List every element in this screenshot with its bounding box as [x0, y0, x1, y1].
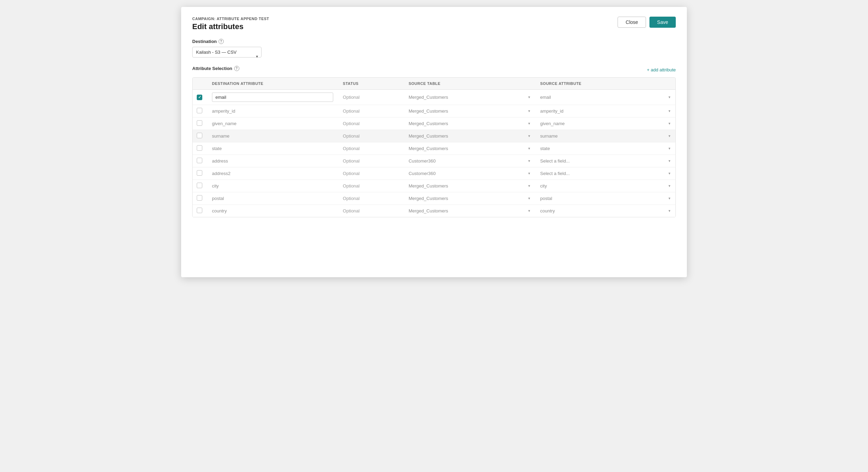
header-actions: Close Save — [618, 17, 676, 28]
source-table-cell[interactable]: Merged_Customers▾ — [404, 192, 535, 205]
source-attr-chevron-icon: ▾ — [668, 121, 671, 126]
dest-attr-text: amperity_id — [212, 108, 235, 114]
source-attr-select[interactable]: email▾ — [540, 94, 671, 100]
destination-select[interactable]: Kailash - S3 — CSV — [192, 47, 262, 58]
table-header-row: DESTINATION ATTRIBUTE STATUS SOURCE TABL… — [193, 78, 675, 90]
source-attr-select[interactable]: postal▾ — [540, 195, 671, 202]
status-cell: Optional — [338, 105, 404, 117]
dest-attr-text: address2 — [212, 170, 230, 177]
source-table-cell[interactable]: Merged_Customers▾ — [404, 142, 535, 155]
source-attr-select[interactable]: country▾ — [540, 208, 671, 214]
campaign-label: CAMPAIGN: ATTRIBUTE APPEND TEST — [192, 17, 676, 21]
source-attr-chevron-icon: ▾ — [668, 196, 671, 201]
source-attr-select[interactable]: city▾ — [540, 183, 671, 189]
source-table-chevron-icon: ▾ — [528, 196, 530, 201]
edit-attributes-modal: CAMPAIGN: ATTRIBUTE APPEND TEST Edit att… — [181, 7, 687, 277]
dest-attr-cell: address — [207, 155, 338, 167]
row-checkbox[interactable] — [197, 158, 202, 163]
status-cell: Optional — [338, 155, 404, 167]
attribute-selection-label: Attribute Selection ? — [192, 66, 239, 71]
source-table-select[interactable]: Merged_Customers▾ — [409, 94, 531, 100]
row-checkbox[interactable] — [197, 170, 202, 176]
row-checkbox[interactable] — [197, 133, 202, 138]
table-row: countryOptionalMerged_Customers▾country▾ — [193, 205, 675, 217]
dest-attr-cell: amperity_id — [207, 105, 338, 117]
source-attr-cell[interactable]: city▾ — [535, 180, 675, 192]
source-attr-cell[interactable]: email▾ — [535, 90, 675, 105]
destination-help-icon[interactable]: ? — [219, 39, 224, 44]
dest-attr-text: postal — [212, 195, 224, 202]
attributes-table: DESTINATION ATTRIBUTE STATUS SOURCE TABL… — [193, 78, 675, 217]
source-attr-cell[interactable]: Select a field...▾ — [535, 167, 675, 180]
close-button[interactable]: Close — [618, 17, 646, 28]
destination-label: Destination ? — [192, 39, 676, 44]
source-table-cell[interactable]: Merged_Customers▾ — [404, 105, 535, 117]
row-checkbox[interactable] — [197, 108, 202, 113]
source-attr-chevron-icon: ▾ — [668, 109, 671, 113]
row-checkbox[interactable] — [197, 208, 202, 213]
source-table-value: Customer360 — [409, 171, 436, 176]
source-table-value: Merged_Customers — [409, 196, 448, 201]
status-cell: Optional — [338, 142, 404, 155]
row-checkbox-cell — [193, 167, 207, 180]
source-table-select[interactable]: Merged_Customers▾ — [409, 195, 531, 202]
row-checkbox[interactable] — [197, 195, 202, 201]
save-button[interactable]: Save — [649, 17, 676, 28]
source-attr-select[interactable]: amperity_id▾ — [540, 108, 671, 114]
source-table-select[interactable]: Customer360▾ — [409, 158, 531, 164]
source-table-cell[interactable]: Merged_Customers▾ — [404, 130, 535, 142]
status-text: Optional — [343, 196, 360, 201]
row-checkbox[interactable] — [197, 183, 202, 188]
source-attr-value: country — [540, 208, 555, 213]
source-table-cell[interactable]: Merged_Customers▾ — [404, 90, 535, 105]
source-table-cell[interactable]: Merged_Customers▾ — [404, 205, 535, 217]
source-table-cell[interactable]: Merged_Customers▾ — [404, 117, 535, 130]
source-attr-select[interactable]: given_name▾ — [540, 120, 671, 127]
status-cell: Optional — [338, 90, 404, 105]
status-text: Optional — [343, 133, 360, 139]
dest-attr-text: state — [212, 145, 222, 152]
row-checkbox[interactable] — [197, 95, 202, 100]
col-checkbox — [193, 78, 207, 90]
source-table-chevron-icon: ▾ — [528, 109, 530, 113]
row-checkbox-cell — [193, 117, 207, 130]
source-table-cell[interactable]: Customer360▾ — [404, 155, 535, 167]
source-attr-select[interactable]: Select a field...▾ — [540, 158, 671, 164]
source-table-cell[interactable]: Customer360▾ — [404, 167, 535, 180]
source-table-select[interactable]: Merged_Customers▾ — [409, 145, 531, 152]
row-checkbox[interactable] — [197, 145, 202, 151]
source-attr-select[interactable]: surname▾ — [540, 133, 671, 139]
source-attr-cell[interactable]: amperity_id▾ — [535, 105, 675, 117]
attribute-selection-help-icon[interactable]: ? — [234, 66, 239, 71]
dest-attr-cell: state — [207, 142, 338, 155]
dest-attr-text: country — [212, 208, 227, 214]
dest-attr-cell: surname — [207, 130, 338, 142]
source-attr-cell[interactable]: country▾ — [535, 205, 675, 217]
row-checkbox[interactable] — [197, 120, 202, 126]
source-attr-cell[interactable]: state▾ — [535, 142, 675, 155]
table-row: stateOptionalMerged_Customers▾state▾ — [193, 142, 675, 155]
source-table-select[interactable]: Merged_Customers▾ — [409, 208, 531, 214]
source-attr-value: city — [540, 183, 547, 189]
source-attr-chevron-icon: ▾ — [668, 134, 671, 138]
source-attr-cell[interactable]: surname▾ — [535, 130, 675, 142]
source-attr-select[interactable]: Select a field...▾ — [540, 170, 671, 177]
source-attr-cell[interactable]: given_name▾ — [535, 117, 675, 130]
source-table-value: Merged_Customers — [409, 95, 448, 100]
source-table-select[interactable]: Merged_Customers▾ — [409, 133, 531, 139]
table-row: address2OptionalCustomer360▾Select a fie… — [193, 167, 675, 180]
source-attr-select[interactable]: state▾ — [540, 145, 671, 152]
source-table-value: Merged_Customers — [409, 133, 448, 139]
source-attr-cell[interactable]: Select a field...▾ — [535, 155, 675, 167]
add-attribute-button[interactable]: + add attribute — [647, 67, 676, 72]
source-table-select[interactable]: Customer360▾ — [409, 170, 531, 177]
source-table-select[interactable]: Merged_Customers▾ — [409, 120, 531, 127]
row-checkbox-cell — [193, 180, 207, 192]
source-table-select[interactable]: Merged_Customers▾ — [409, 108, 531, 114]
row-checkbox-cell — [193, 90, 207, 105]
dest-attr-input[interactable] — [212, 93, 333, 102]
destination-select-wrapper: Kailash - S3 — CSV — [192, 47, 262, 66]
source-table-select[interactable]: Merged_Customers▾ — [409, 183, 531, 189]
source-attr-cell[interactable]: postal▾ — [535, 192, 675, 205]
source-table-cell[interactable]: Merged_Customers▾ — [404, 180, 535, 192]
